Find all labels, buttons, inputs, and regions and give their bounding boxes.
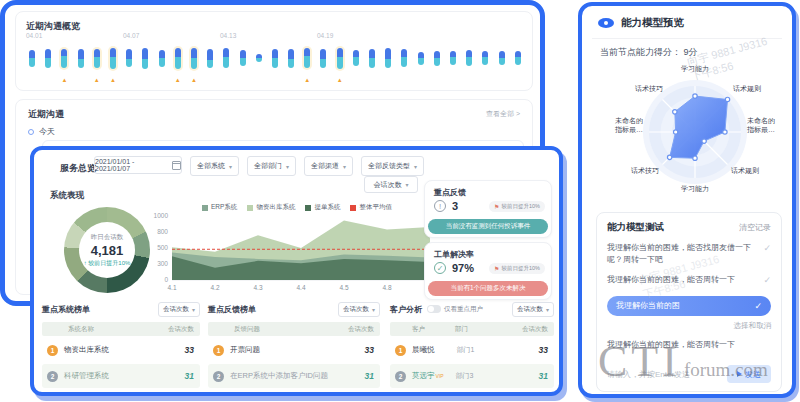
message-input[interactable]: 请输入，并按Enter发送	[607, 369, 690, 380]
recent-title: 近期沟通	[28, 108, 64, 121]
radar-axis-label: 未命名的指标最…	[609, 116, 643, 134]
chevron-down-icon: ▾	[343, 163, 346, 170]
capsule-online-part	[240, 50, 246, 58]
filter-label: 全部反馈类型	[368, 161, 410, 171]
table-row[interactable]: 2科研管理系统31	[42, 364, 200, 388]
filter-button-1[interactable]: 全部部门▾	[247, 156, 296, 176]
toggle-label: 仅看重点用户	[444, 305, 483, 314]
capsule-bar	[450, 51, 456, 65]
bubble-capsule: ▲	[332, 42, 348, 74]
divider	[592, 38, 782, 39]
date-range-input[interactable]: 2021/01/01 - 2021/01/07	[94, 156, 182, 174]
test-item-text: 我理解你当前的困难，能否周转一下	[607, 274, 757, 288]
bubble-capsule	[429, 42, 445, 74]
capsule-online-part	[288, 49, 294, 59]
bubble-capsule	[493, 42, 509, 74]
table-row[interactable]: 2莫远宇VIP部门331	[390, 364, 554, 388]
capsule-offline-part	[304, 56, 310, 68]
bubble-capsule	[477, 42, 493, 74]
legend-item: ERP系统	[202, 203, 237, 212]
legend-swatch	[350, 205, 356, 211]
column-header-band: 系统名称会话次数	[42, 322, 200, 336]
send-label: 发送	[745, 369, 761, 380]
capsule-halo	[497, 49, 507, 67]
metric-dropdown[interactable]: 会话次数 ▾	[364, 176, 418, 193]
bubble-capsule: ▲	[105, 42, 121, 74]
sort-dropdown[interactable]: 会话次数▾	[158, 302, 200, 317]
capsule-bar	[159, 50, 165, 67]
view-all-link[interactable]: 查看全部 >	[486, 109, 520, 119]
bubble-capsule	[121, 42, 137, 74]
bubble-capsule	[267, 42, 283, 74]
chevron-down-icon: ▾	[414, 163, 417, 170]
key-feedback-value: 3	[452, 200, 458, 212]
table-title: 重点系统榜单	[42, 304, 90, 315]
rank-medal-icon: 2	[213, 371, 224, 382]
filter-button-0[interactable]: 全部系统▾	[190, 156, 239, 176]
capsule-bar	[191, 48, 197, 69]
capsule-offline-part	[175, 57, 181, 69]
table-row[interactable]: 1晨曦悦部门133	[390, 338, 554, 362]
radar-axis-label: 话术规则	[731, 166, 781, 175]
filter-button-2[interactable]: 全部渠道▾	[304, 156, 353, 176]
svg-text:800: 800	[157, 228, 168, 235]
ticket-title: 工单解决率	[434, 249, 474, 260]
donut-center: 昨日会话数 4,181 ↑ 较前日提升10%	[79, 222, 135, 278]
ticket-delta-text: 较前日提升10%	[501, 265, 540, 272]
timeline-dot-icon	[28, 129, 34, 135]
capsule-bar	[207, 49, 213, 68]
check-icon: ✓	[757, 242, 771, 266]
capsule-online-part	[304, 48, 310, 56]
capsule-halo	[318, 47, 328, 70]
capsule-online-part	[61, 49, 67, 56]
warning-triangle-icon: ▲	[110, 77, 116, 83]
test-item-text: 我理解你当前的困难，能否找朋友借一下呢？周转一下吧	[607, 242, 757, 266]
svg-text:0: 0	[164, 276, 168, 283]
flag-icon: ⚑	[494, 203, 499, 210]
capsule-bar	[466, 50, 472, 66]
bubble-capsule	[413, 42, 429, 74]
key-users-toggle[interactable]	[427, 305, 441, 313]
vip-badge: VIP	[436, 373, 444, 379]
table-row[interactable]: 1物资出库系统33	[42, 338, 200, 362]
communication-bubble-chart: ▲▲▲▲▲▲▲	[24, 42, 526, 74]
capsule-online-part	[320, 49, 326, 59]
clear-records-link[interactable]: 清空记录	[739, 222, 771, 233]
test-item-selected[interactable]: 我理解你当前的困✓	[607, 296, 771, 316]
capsule-offline-part	[515, 57, 521, 65]
capsule-offline-part	[142, 59, 148, 69]
capsule-online-part	[337, 48, 343, 57]
ability-model-panel: 能力模型预览 当前节点能力得分： 9分 学习能力话术规则未命名的指标最…话术规则…	[578, 2, 796, 398]
capsule-halo	[335, 46, 345, 71]
row-value: 33	[539, 345, 548, 355]
ability-title: 能力模型预览	[621, 16, 684, 30]
capsule-halo	[205, 47, 215, 70]
test-item[interactable]: 我理解你当前的困难，能否找朋友借一下呢？周转一下吧✓	[607, 242, 771, 266]
today-label: 今天	[39, 126, 55, 137]
capsule-online-part	[159, 50, 165, 58]
column-header-band: 客户部门会话次数	[390, 322, 554, 336]
test-item[interactable]: 我理解你当前的困难，能否周转一下	[607, 339, 771, 351]
test-item-list: 我理解你当前的困难，能否找朋友借一下呢？周转一下吧✓我理解你当前的困难，能否周转…	[607, 242, 771, 351]
select-cancel-label[interactable]: 选择和取消	[607, 321, 771, 331]
warning-triangle-icon: ▲	[191, 77, 197, 83]
capsule-offline-part	[29, 58, 35, 67]
check-icon: ✓	[757, 274, 771, 288]
capsule-online-part	[191, 48, 197, 58]
chevron-down-icon: ▾	[192, 306, 195, 313]
rank-medal-icon: 2	[395, 371, 406, 382]
sort-dropdown[interactable]: 会话次数▾	[512, 302, 554, 317]
key-feedback-title: 重点反馈	[434, 187, 466, 198]
capsule-offline-part	[207, 60, 213, 68]
capsule-online-part	[385, 48, 391, 59]
test-item[interactable]: 我理解你当前的困难，能否周转一下✓	[607, 274, 771, 288]
table-row[interactable]: 2在ERP系统中添加客户ID问题31	[208, 364, 380, 388]
sort-dropdown[interactable]: 会话次数▾	[338, 302, 380, 317]
capsule-offline-part	[78, 59, 84, 68]
filter-button-3[interactable]: 全部反馈类型▾	[361, 156, 424, 176]
bubble-capsule: ▲	[89, 42, 105, 74]
send-button[interactable]: 发送	[727, 365, 771, 383]
bubble-capsule: ▲	[56, 42, 72, 74]
capsule-offline-part	[94, 57, 100, 68]
table-row[interactable]: 1开票问题33	[208, 338, 380, 362]
